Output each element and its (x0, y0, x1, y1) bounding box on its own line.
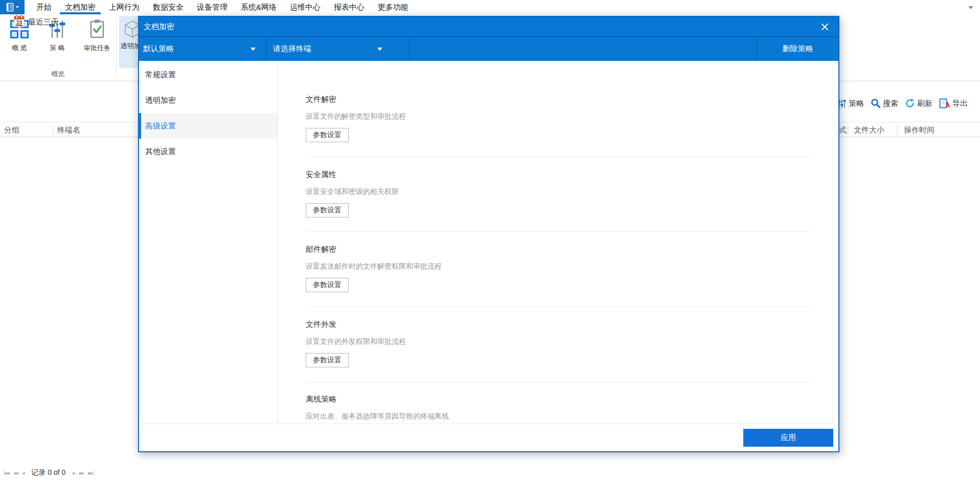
policy-dropdown-value: 默认策略 (143, 44, 174, 54)
section-desc: 应对出差、服务器故障等原因导致的终端离线 (306, 412, 812, 420)
chevron-down-icon (377, 48, 382, 51)
export-action-button[interactable]: 导出 (939, 98, 968, 108)
policy-dropdown[interactable]: 默认策略 (139, 37, 266, 61)
record-count-text: 记录 0 of 0 (31, 468, 65, 477)
pagination-next-icon[interactable]: ▸ (73, 470, 75, 476)
ribbon-group-label: 概览 (0, 70, 116, 79)
column-menu-caret-icon[interactable] (968, 6, 973, 9)
chevron-down-icon (250, 48, 256, 51)
export-icon (939, 98, 950, 108)
nav-item-transparent-encryption[interactable]: 透明加密 (139, 87, 278, 113)
dialog-title-bar: 文档加密 (139, 17, 838, 36)
section-title: 文件解密 (306, 95, 812, 103)
refresh-action-button[interactable]: 刷新 (905, 98, 932, 108)
search-action-label: 搜索 (883, 99, 898, 108)
pagination-first-icon[interactable]: |◂◂ (4, 470, 9, 476)
close-button[interactable] (819, 21, 830, 32)
app-menu-button[interactable] (0, 0, 25, 14)
clipboard-check-icon (88, 19, 106, 39)
column-header-filesize[interactable]: 文件大小 (854, 125, 884, 135)
menu-item-web-behavior[interactable]: 上网行为 (102, 0, 146, 14)
dialog-footer: 应用 (139, 424, 838, 451)
section-security-attrs: 安全属性 设置安全域和密级的相关权限 参数设置 (306, 170, 812, 217)
menu-item-doc-encryption[interactable]: 文档加密 (58, 0, 102, 14)
section-file-decryption: 文件解密 设置文件的解密类型和审批流程 参数设置 (306, 95, 812, 142)
top-menu-bar: 开始 文档加密 上网行为 数据安全 设备管理 系统&网络 运维中心 报表中心 更… (0, 0, 980, 14)
export-action-label: 导出 (952, 99, 968, 108)
column-separator (848, 125, 848, 134)
settings-content: 文件解密 设置文件的解密类型和审批流程 参数设置 安全属性 设置安全域和密级的相… (278, 61, 838, 424)
param-settings-button[interactable]: 参数设置 (306, 353, 349, 367)
section-offline-policy: 离线策略 应对出差、服务器故障等原因导致的终端离线 (306, 395, 812, 420)
column-separator (897, 125, 898, 134)
date-range-filter[interactable]: 最近三天 (28, 17, 59, 27)
param-settings-button[interactable]: 参数设置 (306, 128, 349, 142)
overview-button-label: 概 览 (12, 43, 27, 53)
dialog-body: 常规设置 透明加密 高级设置 其他设置 文件解密 设置文件的解密类型和审批流程 … (139, 61, 838, 424)
section-title: 安全属性 (306, 170, 812, 179)
nav-item-general-settings[interactable]: 常规设置 (139, 62, 278, 87)
pagination-last-icon[interactable]: ▸▸| (88, 470, 94, 476)
section-title: 文件外发 (306, 320, 812, 328)
app-logo-icon (6, 3, 14, 12)
delete-policy-button[interactable]: 删除策略 (757, 44, 838, 54)
approval-task-button[interactable]: 审批任务 (78, 17, 117, 53)
section-divider (306, 231, 812, 232)
search-action-button[interactable]: 搜索 (871, 98, 898, 108)
terminal-dropdown[interactable]: 请选择终端 (266, 37, 409, 61)
toolbar-separator (409, 37, 409, 61)
refresh-icon (905, 98, 915, 108)
terminal-dropdown-value: 请选择终端 (273, 44, 311, 54)
section-desc: 设置文件的解密类型和审批流程 (306, 112, 812, 120)
section-title: 邮件解密 (306, 245, 812, 253)
column-separator (53, 125, 53, 134)
menu-item-report-center[interactable]: 报表中心 (327, 0, 371, 14)
section-divider (306, 382, 812, 383)
menu-item-system-network[interactable]: 系统&网络 (234, 0, 283, 14)
section-desc: 设置发送邮件时的文件解密权限和审批流程 (306, 262, 812, 270)
refresh-action-label: 刷新 (917, 99, 932, 108)
settings-nav: 常规设置 透明加密 高级设置 其他设置 (139, 61, 278, 424)
dialog-title: 文档加密 (144, 22, 174, 32)
pagination-prev-group-icon[interactable]: ◂◂ (13, 470, 18, 476)
menu-item-more-functions[interactable]: 更多功能 (371, 0, 415, 14)
menu-item-data-security[interactable]: 数据安全 (146, 0, 190, 14)
param-settings-button[interactable]: 参数设置 (306, 278, 349, 292)
menu-item-device-mgmt[interactable]: 设备管理 (190, 0, 234, 14)
ribbon-separator (116, 17, 117, 77)
pagination-next-group-icon[interactable]: ▸▸ (79, 470, 84, 476)
section-desc: 设置安全域和密级的相关权限 (306, 187, 812, 195)
menu-item-start[interactable]: 开始 (30, 0, 58, 14)
document-encryption-dialog: 文档加密 默认策略 请选择终端 删除策略 常规设置 透明加密 高级设置 其他设置 (138, 16, 839, 452)
list-actions: 策略 搜索 刷新 导出 (837, 98, 968, 108)
calendar-icon: 23 (14, 16, 25, 27)
section-divider (306, 157, 812, 157)
section-divider (306, 306, 812, 306)
policy-button-label: 策 略 (50, 43, 65, 53)
status-bar: |◂◂ ◂◂ ◂ 记录 0 of 0 ▸ ▸▸ ▸▸| (4, 468, 94, 477)
close-icon (821, 23, 829, 31)
param-settings-button[interactable]: 参数设置 (306, 203, 349, 217)
section-title: 离线策略 (306, 395, 812, 403)
menu-items: 开始 文档加密 上网行为 数据安全 设备管理 系统&网络 运维中心 报表中心 更… (30, 0, 415, 14)
section-file-outgoing: 文件外发 设置文件的外发权限和审批流程 参数设置 (306, 320, 812, 367)
column-header-partial[interactable]: 式 (839, 125, 847, 135)
policy-action-label: 策略 (849, 99, 864, 108)
nav-item-other-settings[interactable]: 其他设置 (139, 139, 278, 164)
nav-item-advanced-settings[interactable]: 高级设置 (139, 113, 278, 139)
section-mail-decryption: 邮件解密 设置发送邮件时的文件解密权限和审批流程 参数设置 (306, 245, 812, 292)
column-header-optime[interactable]: 操作时间 (904, 125, 935, 135)
apply-button[interactable]: 应用 (743, 429, 833, 447)
policy-action-button[interactable]: 策略 (837, 99, 864, 108)
chevron-down-icon (16, 6, 19, 8)
column-header-terminal[interactable]: 终端名 (57, 125, 80, 135)
pagination-prev-icon[interactable]: ◂ (22, 470, 25, 476)
approval-task-button-label: 审批任务 (84, 43, 110, 53)
section-desc: 设置文件的外发权限和审批流程 (306, 337, 812, 345)
dialog-toolbar-row: 默认策略 请选择终端 删除策略 (139, 36, 838, 61)
search-icon (871, 98, 881, 108)
column-header-group[interactable]: 分组 (4, 125, 19, 135)
menu-item-ops-center[interactable]: 运维中心 (283, 0, 327, 14)
